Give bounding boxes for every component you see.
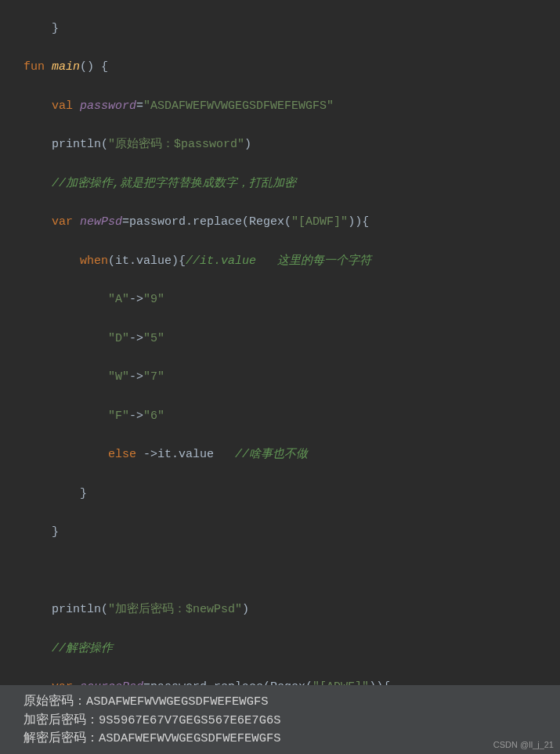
code-line: "A"->"9" xyxy=(0,290,560,310)
keyword-var: var xyxy=(52,215,73,229)
function-name: main xyxy=(52,60,80,74)
keyword-when: when xyxy=(80,254,108,268)
keyword-fun: fun xyxy=(23,60,45,74)
code-line: } xyxy=(0,485,560,504)
paren: ) xyxy=(244,138,251,151)
string-literal: "W" xyxy=(108,370,129,384)
brace: } xyxy=(52,525,59,539)
comment: //啥事也不做 xyxy=(235,448,308,461)
string-literal: "9" xyxy=(143,293,164,306)
paren: )){ xyxy=(348,215,369,229)
paren: () { xyxy=(80,60,108,74)
string-literal: "A" xyxy=(108,293,129,306)
string-literal: "加密后密码：$newPsd" xyxy=(108,603,242,616)
keyword-val: val xyxy=(52,99,73,113)
call-println: println xyxy=(52,138,101,151)
comment: //解密操作 xyxy=(52,642,113,655)
paren: ( xyxy=(101,138,108,151)
keyword-else: else xyxy=(108,448,136,461)
brace: } xyxy=(80,487,87,500)
string-literal: "[ADWF]" xyxy=(291,215,348,229)
output-line: 原始密码：ASDAFWEFWVWGEGSDFWEFEWGFS xyxy=(23,693,560,711)
code-line: var newPsd=password.replace(Regex("[ADWF… xyxy=(0,213,560,233)
string-literal: "F" xyxy=(108,409,129,423)
console-output: 原始密码：ASDAFWEFWVWGEGSDFWEFEWGFS 加密后密码：9S5… xyxy=(0,685,560,754)
code-line: } xyxy=(0,20,560,39)
comment: //加密操作,就是把字符替换成数字，打乱加密 xyxy=(52,177,296,190)
code-line: fun main() { xyxy=(0,58,560,78)
code-line: val password="ASDAFWEFWVWGEGSDFWEFEWGFS" xyxy=(0,97,560,117)
paren: (it.value){ xyxy=(108,254,186,268)
code-line: "W"->"7" xyxy=(0,368,560,388)
code-line: println("原始密码：$password") xyxy=(0,135,560,155)
expr: =password.replace(Regex( xyxy=(122,215,291,229)
string-literal: "7" xyxy=(143,370,164,384)
paren: ) xyxy=(242,603,249,616)
arrow: -> xyxy=(129,332,143,345)
paren: ( xyxy=(101,603,108,616)
code-line: "F"->"6" xyxy=(0,407,560,427)
code-line: } xyxy=(0,523,560,543)
expr: ->it.value xyxy=(136,448,235,461)
variable-name: newPsd xyxy=(80,215,122,229)
string-literal: "原始密码：$password" xyxy=(108,138,244,151)
code-line: //加密操作,就是把字符替换成数字，打乱加密 xyxy=(0,175,560,194)
string-literal: "5" xyxy=(143,332,164,345)
output-line: 加密后密码：9S5967E67V7GEGS567E6E7G6S xyxy=(23,712,560,730)
call-println: println xyxy=(52,603,101,616)
code-editor: } fun main() { val password="ASDAFWEFWVW… xyxy=(0,0,560,754)
code-line: //解密操作 xyxy=(0,640,560,659)
code-line: "D"->"5" xyxy=(0,330,560,349)
code-line: when(it.value){//it.value 这里的每一个字符 xyxy=(0,252,560,272)
string-literal: "ASDAFWEFWVWGEGSDFWEFEWGFS" xyxy=(143,99,334,113)
brace: } xyxy=(52,22,59,35)
comment: //it.value 这里的每一个字符 xyxy=(186,254,371,268)
arrow: -> xyxy=(129,409,143,423)
string-literal: "6" xyxy=(143,409,164,423)
arrow: -> xyxy=(129,370,143,384)
arrow: -> xyxy=(129,293,143,306)
watermark: CSDN @ll_j_21 xyxy=(493,738,554,752)
string-literal: "D" xyxy=(108,332,129,345)
code-line xyxy=(0,562,560,582)
op-eq: = xyxy=(136,99,143,113)
code-line: else ->it.value //啥事也不做 xyxy=(0,446,560,465)
code-line: println("加密后密码：$newPsd") xyxy=(0,601,560,620)
variable-name: password xyxy=(80,99,136,113)
output-line: 解密后密码：ASDAFWEFWVWGEGSDFWEFEWGFS xyxy=(23,730,560,748)
